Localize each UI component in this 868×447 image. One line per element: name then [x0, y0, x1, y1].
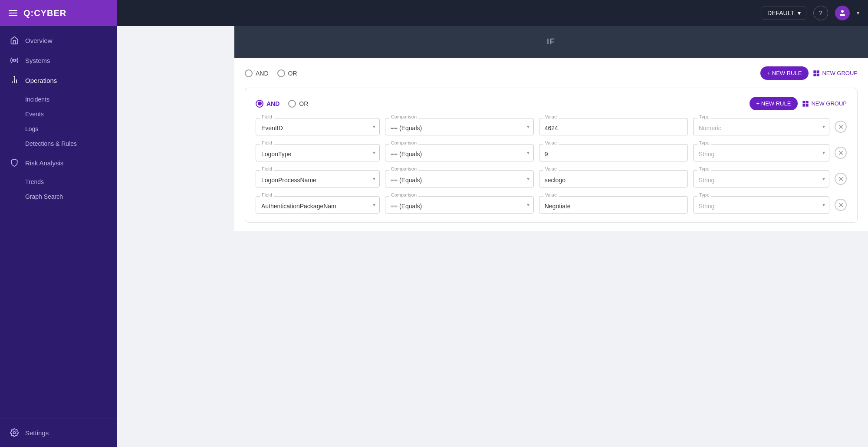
type-select-1[interactable]: String	[693, 144, 829, 161]
if-label: IF	[547, 37, 556, 46]
svg-point-1	[14, 76, 15, 77]
field-group-2: Field LogonProcessName	[256, 170, 380, 187]
value-label-1: Value	[543, 140, 559, 145]
comparison-select-2[interactable]: == (Equals)	[385, 170, 534, 187]
value-label-3: Value	[543, 192, 559, 197]
field-select-3[interactable]: AuthenticationPackageNam	[256, 196, 380, 214]
outer-or-label: OR	[288, 70, 297, 77]
outer-or-radio-circle	[277, 69, 285, 77]
risk-icon	[10, 158, 19, 168]
comparison-select-1[interactable]: == (Equals)	[385, 144, 534, 161]
field-select-1[interactable]: LogonType	[256, 144, 380, 161]
sidebar-nav: Overview Systems Operations	[0, 26, 117, 418]
value-group-0: Value	[539, 118, 688, 135]
remove-rule-button-2[interactable]: ✕	[835, 173, 847, 185]
inner-group: AND OR + NEW RULE NEW GROUP	[245, 88, 858, 223]
comparison-label-1: Comparison	[389, 140, 418, 145]
outer-radio-group: AND OR	[245, 69, 297, 77]
inner-new-rule-button[interactable]: + NEW RULE	[750, 97, 798, 110]
type-select-2[interactable]: String	[693, 170, 829, 187]
remove-rule-button-0[interactable]: ✕	[835, 121, 847, 133]
sidebar-item-systems[interactable]: Systems	[0, 50, 117, 70]
outer-and-label: AND	[256, 70, 269, 77]
rule-row-0: Field EventID Comparison == (Equals) Val…	[256, 118, 847, 135]
outer-action-buttons: + NEW RULE NEW GROUP	[760, 66, 858, 80]
main-content: IF AND OR + NEW RULE	[234, 26, 868, 447]
comparison-select-3[interactable]: == (Equals)	[385, 196, 534, 214]
comparison-group-2: Comparison == (Equals)	[385, 170, 534, 187]
svg-rect-5	[817, 71, 819, 73]
inner-new-group-button[interactable]: NEW GROUP	[802, 100, 847, 107]
comparison-select-0[interactable]: == (Equals)	[385, 118, 534, 135]
sidebar-item-logs-label: Logs	[25, 125, 38, 132]
outer-rule-controls: AND OR + NEW RULE NEW GROUP	[245, 66, 858, 80]
field-label-3: Field	[260, 192, 274, 197]
default-selector[interactable]: DEFAULT ▾	[762, 7, 806, 20]
rule-row-2: Field LogonProcessName Comparison == (Eq…	[256, 170, 847, 187]
type-group-3: Type String	[693, 196, 829, 214]
value-input-3[interactable]	[539, 196, 688, 214]
sidebar-item-incidents[interactable]: Incidents	[0, 92, 117, 107]
comparison-group-0: Comparison == (Equals)	[385, 118, 534, 135]
type-select-3[interactable]: String	[693, 196, 829, 214]
value-group-3: Value	[539, 196, 688, 214]
sidebar-item-settings[interactable]: Settings	[0, 423, 117, 443]
operations-icon	[10, 76, 19, 85]
user-dropdown-button[interactable]: ▾	[857, 10, 859, 16]
user-avatar[interactable]	[835, 6, 850, 20]
sidebar-item-events[interactable]: Events	[0, 107, 117, 122]
hamburger-menu[interactable]	[9, 10, 17, 16]
topbar: DEFAULT ▾ ? ▾	[117, 0, 868, 26]
sidebar-item-operations[interactable]: Operations	[0, 70, 117, 90]
field-select-0[interactable]: EventID	[256, 118, 380, 135]
sidebar-item-risk-analysis[interactable]: Risk Analysis	[0, 153, 117, 173]
value-input-2[interactable]	[539, 170, 688, 187]
inner-and-label: AND	[266, 100, 279, 107]
outer-new-rule-button[interactable]: + NEW RULE	[760, 66, 809, 80]
type-group-0: Type Numeric	[693, 118, 829, 135]
value-label-0: Value	[543, 114, 559, 119]
type-select-0[interactable]: Numeric	[693, 118, 829, 135]
sidebar-item-detections-rules[interactable]: Detections & Rules	[0, 136, 117, 151]
inner-and-radio[interactable]: AND	[256, 100, 279, 108]
default-dropdown-icon: ▾	[798, 10, 801, 16]
value-group-2: Value	[539, 170, 688, 187]
field-group-1: Field LogonType	[256, 144, 380, 161]
outer-new-group-button[interactable]: NEW GROUP	[813, 70, 858, 77]
sidebar-item-incidents-label: Incidents	[25, 96, 49, 103]
outer-and-radio[interactable]: AND	[245, 69, 269, 77]
value-group-1: Value	[539, 144, 688, 161]
svg-rect-7	[814, 74, 816, 76]
comparison-group-1: Comparison == (Equals)	[385, 144, 534, 161]
systems-icon	[10, 56, 19, 65]
comparison-label-0: Comparison	[389, 114, 418, 119]
comparison-group-3: Comparison == (Equals)	[385, 196, 534, 214]
sidebar-item-overview-label: Overview	[25, 37, 53, 44]
field-select-2[interactable]: LogonProcessName	[256, 170, 380, 187]
home-icon	[10, 36, 19, 45]
field-label-1: Field	[260, 140, 274, 145]
svg-point-0	[13, 59, 16, 62]
inner-or-label: OR	[299, 100, 308, 107]
help-button[interactable]: ?	[813, 6, 828, 20]
inner-action-buttons: + NEW RULE NEW GROUP	[750, 97, 847, 110]
rule-row-3: Field AuthenticationPackageNam Compariso…	[256, 196, 847, 214]
sidebar-item-graph-search[interactable]: Graph Search	[0, 189, 117, 204]
svg-rect-10	[806, 104, 809, 106]
sidebar-item-logs[interactable]: Logs	[0, 122, 117, 136]
rule-rows-container: Field EventID Comparison == (Equals) Val…	[256, 118, 847, 214]
sidebar-item-graph-search-label: Graph Search	[25, 193, 63, 200]
field-group-3: Field AuthenticationPackageNam	[256, 196, 380, 214]
value-input-1[interactable]	[539, 144, 688, 161]
inner-or-radio[interactable]: OR	[288, 100, 308, 108]
remove-rule-button-3[interactable]: ✕	[835, 199, 847, 211]
outer-or-radio[interactable]: OR	[277, 69, 297, 77]
sidebar-item-systems-label: Systems	[25, 57, 50, 64]
inner-radio-group: AND OR	[256, 100, 308, 108]
comparison-label-2: Comparison	[389, 166, 418, 171]
sidebar-item-trends[interactable]: Trends	[0, 174, 117, 189]
value-input-0[interactable]	[539, 118, 688, 135]
settings-icon	[10, 428, 19, 437]
sidebar-item-overview[interactable]: Overview	[0, 30, 117, 50]
remove-rule-button-1[interactable]: ✕	[835, 147, 847, 159]
